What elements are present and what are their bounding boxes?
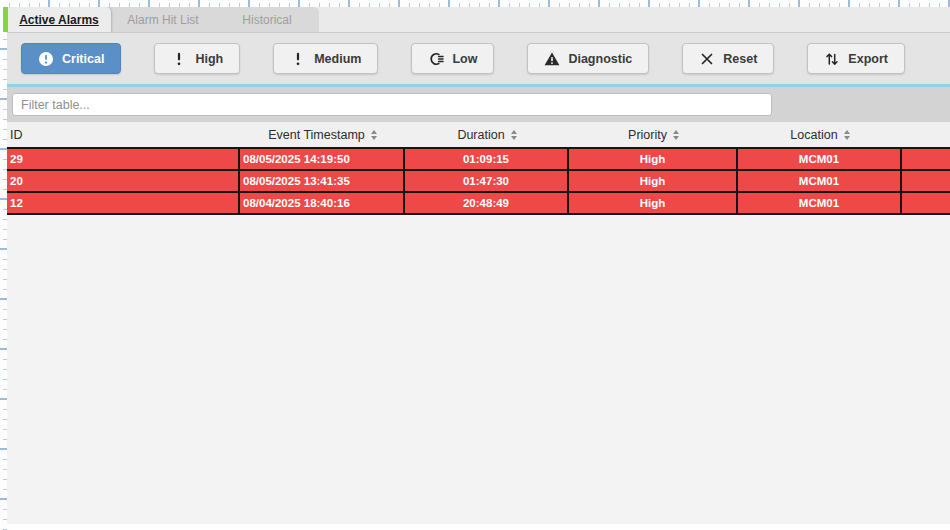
tab-bar: Active Alarms Alarm Hit List Historical [7,7,950,32]
column-header-extra [902,122,950,147]
high-filter-label: High [195,52,223,66]
cell-id: 20 [7,171,240,191]
filter-table-input[interactable] [12,93,772,116]
cell-id: 29 [7,149,240,169]
alarm-table-row[interactable]: 29 08/05/2025 14:19:50 01:09:15 High MCM… [7,149,950,171]
low-filter-button[interactable]: Low [411,43,494,74]
canvas-ruler-horizontal [0,0,950,7]
tab-historical[interactable]: Historical [215,7,319,32]
sort-arrows-icon [511,130,517,140]
cell-event-timestamp: 08/05/2025 14:19:50 [240,149,405,169]
medium-filter-label: Medium [314,52,361,66]
low-filter-label: Low [452,52,477,66]
column-header-label: Priority [628,128,667,142]
column-header-event-timestamp[interactable]: Event Timestamp [240,122,405,147]
low-priority-list-icon [428,51,444,67]
filter-bar [7,87,950,122]
cell-duration: 20:48:49 [405,193,569,213]
alarm-panel: Active Alarms Alarm Hit List Historical … [7,7,950,530]
medium-filter-button[interactable]: Medium [273,43,378,74]
canvas-selection-indicator [3,7,8,32]
footer-strip [7,524,950,530]
column-header-label: ID [10,128,23,142]
table-header-row: ID Event Timestamp Duration Priority Loc… [7,122,950,147]
exclamation-icon [290,51,306,67]
exclamation-icon [171,51,187,67]
alarm-table-body: 29 08/05/2025 14:19:50 01:09:15 High MCM… [7,147,950,215]
tab-alarm-hit-list[interactable]: Alarm Hit List [111,7,215,32]
cell-priority: High [569,193,738,213]
sort-arrows-icon [844,130,850,140]
cell-event-timestamp: 08/05/2025 13:41:35 [240,171,405,191]
cell-id: 12 [7,193,240,213]
cell-priority: High [569,149,738,169]
cell-event-timestamp: 08/04/2025 18:40:16 [240,193,405,213]
cell-extra [902,171,950,191]
diagnostic-filter-label: Diagnostic [568,52,632,66]
column-header-id[interactable]: ID [7,122,240,147]
column-header-location[interactable]: Location [738,122,902,147]
tab-active-alarms[interactable]: Active Alarms [7,7,111,32]
cell-duration: 01:47:30 [405,171,569,191]
tab-group: Active Alarms Alarm Hit List Historical [7,7,319,32]
x-icon [699,51,715,67]
sort-arrows-icon [371,130,377,140]
critical-filter-label: Critical [62,52,104,66]
sort-arrows-icon [673,130,679,140]
column-header-duration[interactable]: Duration [405,122,569,147]
cell-extra [902,193,950,213]
up-down-arrows-icon [824,51,840,67]
cell-location: MCM01 [738,193,902,213]
reset-button[interactable]: Reset [682,43,774,74]
critical-filter-button[interactable]: Critical [21,43,121,74]
cell-duration: 01:09:15 [405,149,569,169]
exclamation-circle-icon [38,51,54,67]
export-button[interactable]: Export [807,43,905,74]
high-filter-button[interactable]: High [154,43,240,74]
reset-label: Reset [723,52,757,66]
column-header-priority[interactable]: Priority [569,122,738,147]
cell-location: MCM01 [738,171,902,191]
alarm-table-row[interactable]: 20 08/05/2025 13:41:35 01:47:30 High MCM… [7,171,950,193]
table-empty-area [7,215,950,524]
warning-triangle-icon [544,51,560,67]
cell-priority: High [569,171,738,191]
column-header-label: Location [790,128,837,142]
alarm-table-row[interactable]: 12 08/04/2025 18:40:16 20:48:49 High MCM… [7,193,950,215]
cell-location: MCM01 [738,149,902,169]
canvas-ruler-vertical [0,0,7,530]
cell-extra [902,149,950,169]
column-header-label: Event Timestamp [268,128,365,142]
export-label: Export [848,52,888,66]
diagnostic-filter-button[interactable]: Diagnostic [527,43,649,74]
alarm-filter-toolbar: Critical High Medium [7,32,950,87]
column-header-label: Duration [457,128,504,142]
